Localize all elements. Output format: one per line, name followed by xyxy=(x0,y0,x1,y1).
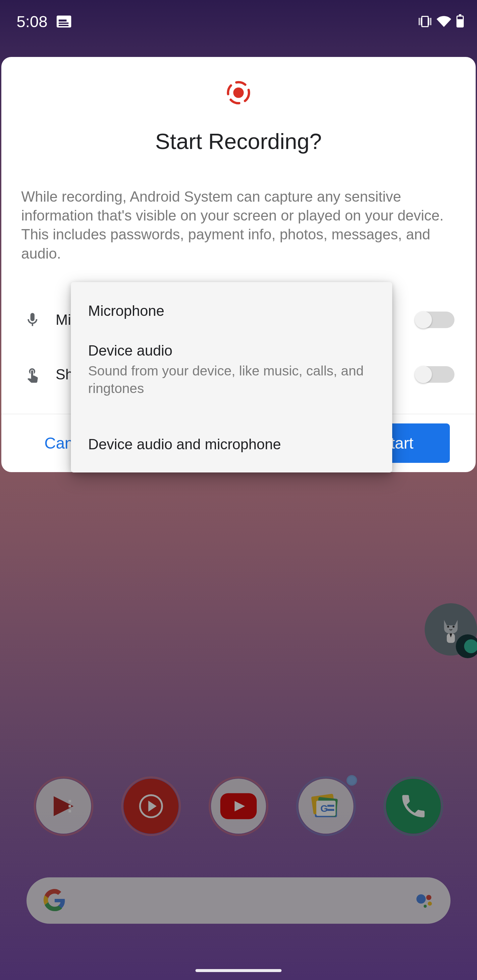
start-recording-dialog: Start Recording? While recording, Androi… xyxy=(1,57,476,472)
dropdown-item-title: Microphone xyxy=(88,302,375,319)
dock-youtube-music[interactable] xyxy=(121,776,181,836)
svg-rect-11 xyxy=(311,794,335,815)
status-left: 5:08 xyxy=(17,13,71,31)
svg-point-19 xyxy=(428,902,432,905)
battery-icon xyxy=(456,16,464,27)
dialog-icon-wrap xyxy=(1,57,476,105)
svg-text:G: G xyxy=(320,803,328,814)
show-touches-toggle[interactable] xyxy=(415,366,455,383)
dock-youtube[interactable] xyxy=(209,776,268,836)
navigation-handle[interactable] xyxy=(195,969,282,972)
play-movies-icon xyxy=(49,791,78,821)
svg-rect-5 xyxy=(69,800,71,803)
dropdown-item-device-and-mic[interactable]: Device audio and microphone xyxy=(71,410,392,453)
phone-icon xyxy=(399,791,428,821)
status-bar: 5:08 xyxy=(0,0,477,43)
svg-rect-15 xyxy=(327,805,334,807)
svg-rect-7 xyxy=(69,810,71,813)
dock-play-movies[interactable] xyxy=(34,776,93,836)
dropdown-item-title: Device audio xyxy=(88,342,375,359)
dock-hangouts[interactable] xyxy=(384,776,443,836)
floating-cat-bubble[interactable] xyxy=(425,603,477,655)
news-notification-icon xyxy=(57,16,71,27)
dropdown-item-device-audio[interactable]: Device audio Sound from your device, lik… xyxy=(71,323,392,410)
svg-point-1 xyxy=(233,88,244,98)
svg-point-3 xyxy=(453,626,455,628)
svg-rect-10 xyxy=(315,799,337,817)
notification-dot xyxy=(346,775,357,786)
google-news-icon: G xyxy=(309,790,343,823)
youtube-icon xyxy=(220,793,257,819)
touch-icon xyxy=(22,366,42,383)
status-right xyxy=(419,16,464,27)
record-audio-toggle[interactable] xyxy=(415,312,455,328)
home-dock: G xyxy=(0,776,477,836)
svg-point-18 xyxy=(426,895,432,900)
youtube-music-icon xyxy=(134,790,168,823)
dropdown-item-microphone[interactable]: Microphone xyxy=(71,286,392,323)
svg-rect-9 xyxy=(220,793,257,819)
dropdown-item-subtitle: Sound from your device, like music, call… xyxy=(88,362,375,398)
status-time: 5:08 xyxy=(17,13,47,31)
dialog-title: Start Recording? xyxy=(1,129,476,154)
svg-point-20 xyxy=(424,905,427,907)
svg-point-2 xyxy=(447,626,449,628)
svg-rect-13 xyxy=(316,800,335,816)
vibrate-icon xyxy=(419,17,431,27)
bubble-badge xyxy=(456,634,477,658)
svg-rect-6 xyxy=(69,805,71,808)
wifi-icon xyxy=(437,16,451,27)
dropdown-item-title: Device audio and microphone xyxy=(88,436,375,453)
svg-point-8 xyxy=(140,795,162,818)
svg-rect-16 xyxy=(327,809,334,811)
svg-rect-12 xyxy=(317,797,338,817)
microphone-icon xyxy=(22,312,42,328)
dock-google-news[interactable]: G xyxy=(296,776,356,836)
audio-source-dropdown: Microphone Device audio Sound from your … xyxy=(71,282,392,473)
record-icon xyxy=(226,80,251,105)
google-g-icon xyxy=(43,889,66,912)
assistant-icon[interactable] xyxy=(415,891,434,910)
svg-point-17 xyxy=(416,894,426,904)
dialog-description: While recording, Android System can capt… xyxy=(1,187,476,263)
google-search-bar[interactable] xyxy=(27,877,450,924)
